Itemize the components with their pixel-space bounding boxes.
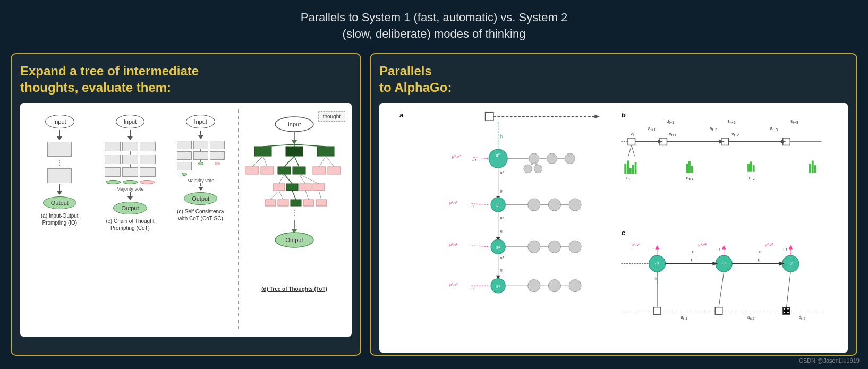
header-line1: Parallels to System 1 (fast, automatic) … <box>11 10 857 26</box>
svg-text:p³,v³: p³,v³ <box>449 282 458 287</box>
cot-oval2 <box>123 180 138 184</box>
thought-label: thought <box>323 114 341 119</box>
svg-rect-14 <box>278 167 291 174</box>
svg-text:p¹,v¹: p¹,v¹ <box>449 200 458 205</box>
svg-rect-147 <box>753 165 755 172</box>
svg-point-184 <box>784 308 785 310</box>
cot-arrow1 <box>130 130 131 136</box>
svg-line-21 <box>326 156 334 167</box>
svg-rect-121 <box>628 138 635 145</box>
svg-marker-173 <box>655 245 659 250</box>
cot-r3 <box>105 167 121 177</box>
svg-line-36 <box>279 191 283 200</box>
svg-rect-137 <box>629 168 632 174</box>
svg-text:p¹,v¹: p¹,v¹ <box>698 242 707 247</box>
io-output: Output <box>43 196 76 209</box>
svg-text:c: c <box>621 229 625 237</box>
svg-text:at+2: at+2 <box>747 315 754 320</box>
cot-arrow2 <box>130 192 131 196</box>
right-panel: Parallelsto AlphaGo: a b c s⁰ h <box>370 53 857 356</box>
majority-label: Majority vote <box>116 186 143 192</box>
svg-line-39 <box>319 191 321 200</box>
svg-text:g: g <box>500 228 503 233</box>
svg-text:s³: s³ <box>496 284 500 289</box>
sc-caption: (c) Self Consistencywith CoT (CoT-SC) <box>177 208 224 222</box>
cot-r6 <box>122 167 138 177</box>
tot-tree-svg: Input <box>244 114 345 284</box>
svg-line-111 <box>534 164 538 165</box>
svg-point-85 <box>548 199 560 211</box>
cot-r9 <box>140 167 156 177</box>
svg-rect-150 <box>812 160 814 173</box>
diagram-area: Input ⋮ Output (a) Input-OutputPrompting… <box>20 103 352 337</box>
svg-line-37 <box>292 191 296 200</box>
svg-rect-24 <box>300 184 311 191</box>
svg-text:←f: ←f <box>471 158 476 162</box>
alphago-svg: a b c s⁰ h p⁰,v⁰ ←f <box>384 107 844 348</box>
svg-text:p⁰,v⁰: p⁰,v⁰ <box>632 242 640 247</box>
io-dots: ⋮ <box>56 159 63 166</box>
svg-point-105 <box>524 165 532 173</box>
svg-rect-149 <box>809 164 811 173</box>
svg-text:at+1: at+1 <box>648 126 656 132</box>
svg-text:s²: s² <box>789 261 793 267</box>
svg-text:p²,v²: p²,v² <box>765 242 773 247</box>
svg-text:Input: Input <box>288 121 301 127</box>
svg-line-16 <box>284 156 294 167</box>
svg-text:Output: Output <box>286 237 303 243</box>
svg-text:h: h <box>654 276 657 281</box>
svg-text:s¹: s¹ <box>722 261 726 267</box>
svg-point-91 <box>548 241 560 253</box>
svg-text:←f: ←f <box>470 204 475 208</box>
cot-r4 <box>122 142 138 151</box>
svg-point-84 <box>528 199 540 211</box>
tot-legend: thought <box>318 111 345 122</box>
cot-r1 <box>105 142 121 151</box>
io-caption: (a) Input-OutputPrompting (IO) <box>41 212 79 226</box>
svg-point-103 <box>547 153 557 164</box>
cot-section: Input <box>95 109 166 332</box>
svg-text:vt+2: vt+2 <box>731 131 739 137</box>
svg-rect-18 <box>313 167 326 174</box>
svg-point-86 <box>569 199 581 211</box>
svg-text:r²: r² <box>759 250 762 254</box>
page-header: Parallels to System 1 (fast, automatic) … <box>0 0 868 48</box>
svg-rect-48 <box>486 113 493 121</box>
svg-rect-142 <box>688 161 691 173</box>
svg-text:r¹: r¹ <box>692 250 695 254</box>
svg-text:p²,v²: p²,v² <box>449 242 458 247</box>
svg-rect-181 <box>653 307 661 315</box>
cot-col2 <box>122 142 138 177</box>
svg-text:vt+1: vt+1 <box>669 131 676 137</box>
svg-rect-11 <box>261 167 274 174</box>
svg-text:a: a <box>399 111 404 119</box>
svg-line-38 <box>305 191 309 200</box>
io-input: Input <box>45 115 74 128</box>
cot-col3 <box>140 142 156 177</box>
svg-text:⋮: ⋮ <box>291 209 298 217</box>
divider <box>238 109 239 332</box>
svg-text:g: g <box>691 257 694 262</box>
svg-rect-145 <box>747 164 750 171</box>
left-panel-title: Expand a tree of intermediatethoughts, e… <box>20 63 352 96</box>
svg-rect-33 <box>303 200 314 206</box>
svg-rect-31 <box>278 200 288 206</box>
svg-rect-146 <box>750 161 752 171</box>
svg-point-187 <box>787 312 789 313</box>
svg-rect-138 <box>632 165 634 174</box>
io-arrowhead2 <box>57 191 62 195</box>
svg-rect-182 <box>715 307 722 315</box>
cot-r7 <box>140 142 156 151</box>
svg-marker-175 <box>722 245 726 250</box>
svg-rect-143 <box>691 166 693 173</box>
svg-point-102 <box>529 153 539 164</box>
cot-input: Input <box>116 115 144 128</box>
svg-point-98 <box>569 280 581 292</box>
cot-col1 <box>105 142 121 177</box>
svg-text:g: g <box>500 188 503 193</box>
main-content: Expand a tree of intermediatethoughts, e… <box>0 48 868 361</box>
svg-rect-19 <box>328 167 341 174</box>
cot-arrowhead2 <box>127 196 133 200</box>
svg-rect-34 <box>316 200 327 206</box>
svg-text:←f: ←f <box>649 247 654 251</box>
